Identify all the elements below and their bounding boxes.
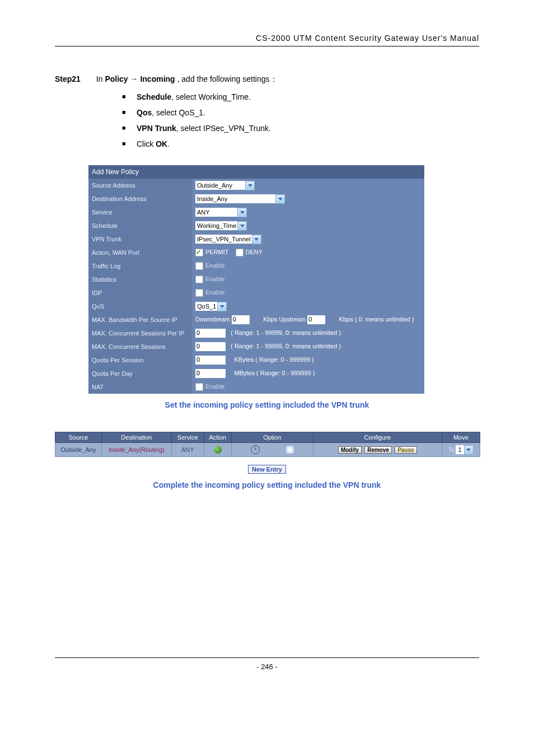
move-to-label: To bbox=[448, 447, 455, 453]
chevron-down-icon bbox=[245, 181, 255, 190]
cell-destination: Inside_Any(Routing) bbox=[101, 443, 171, 457]
select-schedule[interactable]: Working_Time bbox=[195, 221, 247, 230]
enable-label: Enable bbox=[205, 262, 224, 269]
select-vpn-trunk[interactable]: IPsec_VPN_Tunnel bbox=[195, 235, 261, 244]
select-dest-address[interactable]: Inside_Any bbox=[195, 194, 285, 203]
col-destination: Destination bbox=[101, 432, 171, 443]
label-nat: NAT bbox=[88, 380, 192, 394]
schedule-icon bbox=[251, 445, 260, 454]
select-source-address[interactable]: Outside_Any bbox=[195, 181, 255, 190]
quota-session-input[interactable]: 0 bbox=[195, 356, 226, 365]
cell-option bbox=[231, 443, 313, 457]
checkbox-permit[interactable] bbox=[195, 249, 203, 256]
cell-source: Outside_Any bbox=[55, 443, 102, 457]
label-quota-day: Quota Per Day bbox=[88, 367, 192, 380]
add-policy-form: Add New Policy Source Address Outside_An… bbox=[88, 165, 424, 394]
deny-label: DENY bbox=[246, 249, 263, 255]
checkbox-statistics[interactable] bbox=[195, 276, 203, 283]
chevron-down-icon bbox=[217, 302, 227, 311]
enable-label: Enable bbox=[205, 383, 224, 390]
label-statistics: Statistics bbox=[88, 273, 192, 286]
label-qos: QoS bbox=[88, 300, 192, 313]
permit-icon bbox=[214, 446, 222, 454]
step-arrow: → bbox=[128, 74, 140, 83]
upstream-input[interactable]: 0 bbox=[307, 315, 325, 324]
label-sessions: MAX. Concurrent Sessions bbox=[88, 340, 192, 353]
quota-session-hint: KBytes ( Range: 0 - 999999 ) bbox=[234, 356, 313, 363]
checkbox-idp[interactable] bbox=[195, 289, 203, 297]
page-header: CS-2000 UTM Content Security Gateway Use… bbox=[55, 34, 479, 46]
form-title: Add New Policy bbox=[88, 165, 424, 179]
caption-complete-policy: Complete the incoming policy setting inc… bbox=[55, 480, 479, 489]
step-text-suffix: , add the following settings： bbox=[175, 74, 278, 83]
label-bandwidth: MAX. Bandwidth Per Source IP bbox=[88, 313, 192, 326]
label-vpn-trunk: VPN Trunk bbox=[88, 232, 192, 246]
caption-set-policy: Set the incoming policy setting included… bbox=[55, 400, 479, 409]
select-move[interactable]: 1 bbox=[456, 445, 474, 454]
new-entry-button[interactable]: New Entry bbox=[248, 465, 286, 474]
quota-day-hint: MBytes ( Range: 0 - 999999 ) bbox=[234, 370, 315, 376]
bullet-ok: Click OK. bbox=[122, 139, 479, 148]
cell-service: ANY bbox=[171, 443, 204, 457]
chevron-down-icon bbox=[275, 194, 285, 204]
checkbox-deny[interactable] bbox=[236, 249, 243, 256]
option-icon bbox=[263, 446, 271, 454]
label-idp: IDP bbox=[88, 286, 192, 300]
downstream-label: Downstream bbox=[195, 316, 230, 323]
step-line: Step21 In Policy → Incoming , add the fo… bbox=[55, 74, 479, 85]
permit-label: PERMIT bbox=[205, 249, 228, 255]
step-incoming: Incoming bbox=[140, 74, 175, 83]
checkbox-traffic-log[interactable] bbox=[195, 262, 203, 270]
chevron-down-icon bbox=[464, 445, 474, 455]
policy-result-table: Source Destination Service Action Option… bbox=[55, 432, 480, 457]
chevron-down-icon bbox=[252, 235, 261, 244]
label-source-address: Source Address bbox=[88, 179, 192, 192]
modify-button[interactable]: Modify bbox=[338, 446, 362, 454]
step-text-prefix: In bbox=[96, 74, 105, 83]
col-source: Source bbox=[55, 432, 102, 443]
chevron-down-icon bbox=[237, 221, 247, 231]
cell-configure: Modify Remove Pause bbox=[313, 443, 442, 457]
col-service: Service bbox=[171, 432, 204, 443]
label-traffic-log: Traffic Log bbox=[88, 259, 192, 273]
col-configure: Configure bbox=[313, 432, 442, 443]
label-schedule: Schedule bbox=[88, 219, 192, 232]
step-policy: Policy bbox=[105, 74, 128, 83]
sessions-per-ip-hint: ( Range: 1 - 99999, 0: means unlimited ) bbox=[231, 329, 341, 336]
step-bullet-list: Schedule, select Working_Time. Qos, sele… bbox=[100, 92, 479, 148]
enable-label: Enable bbox=[205, 276, 224, 282]
table-row: Outside_Any Inside_Any(Routing) ANY Modi… bbox=[55, 443, 480, 457]
label-sessions-per-ip: MAX. Concurrent Sessions Per IP bbox=[88, 326, 192, 340]
upstream-label: Kbps Upstream bbox=[263, 316, 306, 323]
select-qos[interactable]: QoS_1 bbox=[195, 302, 227, 311]
checkbox-nat[interactable] bbox=[195, 383, 203, 391]
select-service[interactable]: ANY bbox=[195, 208, 247, 217]
quota-day-input[interactable]: 0 bbox=[195, 369, 226, 378]
sessions-input[interactable]: 0 bbox=[195, 342, 226, 351]
chevron-down-icon bbox=[237, 208, 247, 217]
label-dest-address: Destination Address bbox=[88, 192, 192, 206]
enable-label: Enable bbox=[205, 289, 224, 296]
sessions-per-ip-input[interactable]: 0 bbox=[195, 329, 226, 338]
remove-button[interactable]: Remove bbox=[364, 446, 392, 454]
col-move: Move bbox=[442, 432, 480, 443]
bullet-vpn-trunk: VPN Trunk, select IPSec_VPN_Trunk. bbox=[122, 124, 479, 133]
label-action: Action, WAN Port bbox=[88, 246, 192, 259]
cell-action bbox=[204, 443, 231, 457]
step-label: Step21 bbox=[55, 74, 81, 83]
page-number: - 246 - bbox=[55, 658, 479, 671]
downstream-input[interactable]: 0 bbox=[232, 315, 250, 324]
vpn-trunk-icon bbox=[286, 446, 294, 454]
pause-button[interactable]: Pause bbox=[395, 446, 416, 454]
label-quota-session: Quota Per Session bbox=[88, 353, 192, 367]
bandwidth-hint: Kbps ( 0: means unlimited ) bbox=[339, 316, 414, 323]
bullet-qos: Qos, select QoS_1. bbox=[122, 108, 479, 117]
col-option: Option bbox=[231, 432, 313, 443]
sessions-hint: ( Range: 1 - 99999, 0: means unlimited ) bbox=[231, 343, 341, 349]
cell-move: To 1 bbox=[442, 443, 480, 457]
col-action: Action bbox=[204, 432, 231, 443]
option-icon bbox=[274, 446, 282, 454]
label-service: Service bbox=[88, 206, 192, 219]
bullet-schedule: Schedule, select Working_Time. bbox=[122, 92, 479, 101]
